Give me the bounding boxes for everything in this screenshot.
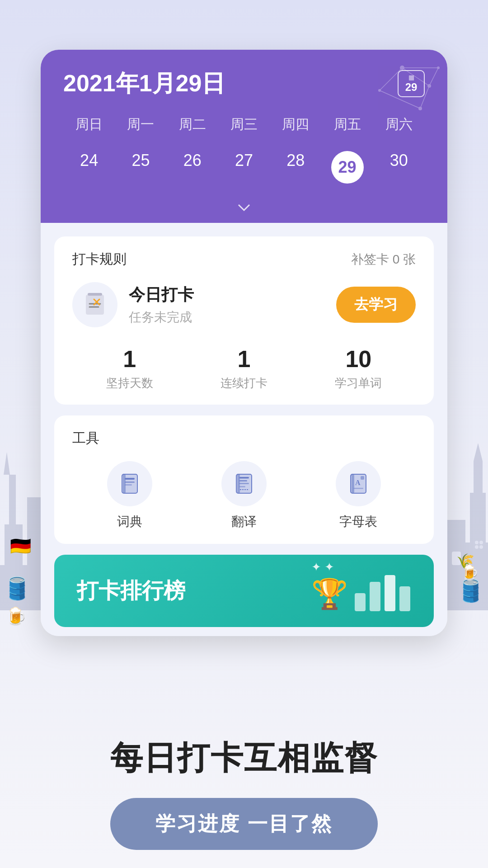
svg-rect-55	[370, 582, 380, 611]
today-checkin-title: 今日打卡	[129, 284, 336, 306]
svg-line-24	[380, 68, 402, 90]
svg-rect-36	[125, 478, 135, 480]
svg-rect-51	[353, 488, 363, 489]
trophy-icon: 🏆	[311, 577, 348, 611]
go-study-button[interactable]: 去学习	[336, 287, 416, 323]
stat-num-2: 1	[187, 345, 301, 373]
german-flag: 🇩🇪	[10, 536, 31, 556]
svg-line-27	[380, 90, 420, 108]
stat-words: 10 学习单词	[301, 345, 416, 391]
svg-rect-43	[239, 480, 247, 481]
stat-persist-days: 1 坚持天数	[72, 345, 187, 391]
stat-num-3: 10	[301, 345, 416, 373]
svg-point-14	[479, 541, 483, 544]
date-30[interactable]: 30	[373, 143, 425, 192]
stat-streak: 1 连续打卡	[187, 345, 301, 391]
bottle-right: 🍺	[461, 564, 479, 581]
svg-marker-12	[474, 443, 483, 461]
date-29-active[interactable]: 29	[321, 143, 373, 192]
svg-rect-54	[355, 593, 366, 611]
tool-dict-label: 词典	[117, 513, 142, 530]
barrel-right: 🛢️	[457, 578, 484, 604]
supplement-text: 补签卡 0 张	[351, 251, 416, 268]
date-25[interactable]: 25	[115, 143, 166, 192]
tools-card: 工具 词典	[54, 415, 434, 544]
alphabet-icon: A	[347, 472, 370, 495]
tool-alphabet-label: 字母表	[339, 513, 377, 530]
checkin-task-icon	[72, 282, 117, 327]
bottom-section: 每日打卡互相监督 学习进度 一目了然	[0, 736, 488, 850]
stat-num-1: 1	[72, 345, 187, 373]
calendar-header: 2021年1月29日 ▦ 29 周日 周一 周二 周三 周四 周五 周六 24 …	[41, 50, 447, 223]
svg-point-16	[479, 545, 483, 549]
week-label-sun: 周日	[63, 113, 115, 136]
barrel-left: 🛢️	[4, 576, 31, 601]
bottom-button[interactable]: 学习进度 一目了然	[110, 798, 377, 850]
svg-point-15	[475, 545, 479, 549]
sparkles-icon: ✦ ✦	[311, 560, 334, 574]
calendar-expand[interactable]	[63, 198, 425, 223]
checkin-rules-label: 打卡规则	[72, 250, 127, 269]
translate-icon-wrap	[221, 461, 267, 506]
beer-left: 🍺	[5, 606, 27, 626]
svg-rect-44	[239, 483, 249, 484]
svg-marker-5	[4, 452, 10, 475]
svg-rect-45	[239, 486, 245, 487]
date-row: 24 25 26 27 28 29 30	[63, 143, 425, 198]
svg-rect-11	[474, 461, 483, 493]
bar-chart-icon	[352, 571, 411, 611]
network-decoration	[312, 50, 447, 140]
tool-translate-label: 翻译	[231, 513, 257, 530]
ranking-visual: 🏆	[311, 571, 411, 611]
svg-rect-47	[237, 474, 240, 493]
bottom-title: 每日打卡互相监督	[36, 736, 452, 780]
svg-rect-42	[239, 477, 249, 479]
stats-row: 1 坚持天数 1 连续打卡 10 学习单词	[72, 345, 416, 391]
alphabet-icon-wrap: A	[336, 461, 381, 506]
tool-translate[interactable]: 翻译	[221, 461, 267, 530]
date-26[interactable]: 26	[167, 143, 218, 192]
svg-line-22	[402, 68, 429, 86]
svg-rect-52	[361, 476, 364, 480]
date-24[interactable]: 24	[63, 143, 115, 192]
tool-alphabet[interactable]: A 字母表	[336, 461, 381, 530]
svg-rect-29	[88, 293, 102, 296]
svg-line-23	[420, 86, 429, 108]
stat-label-1: 坚持天数	[72, 375, 187, 391]
checkin-card: 打卡规则 补签卡 0 张	[54, 236, 434, 405]
week-label-mon: 周一	[115, 113, 166, 136]
chevron-down-icon	[235, 203, 253, 212]
dict-icon-wrap	[107, 461, 152, 506]
dict-icon	[118, 472, 141, 495]
svg-rect-53	[352, 474, 354, 493]
svg-rect-39	[123, 474, 126, 493]
svg-line-26	[429, 68, 438, 86]
svg-rect-57	[399, 586, 410, 611]
svg-rect-37	[125, 481, 135, 483]
ranking-label: 打卡排行榜	[77, 576, 185, 605]
translate-icon	[233, 472, 255, 495]
stat-label-2: 连续打卡	[187, 375, 301, 391]
svg-text:A: A	[355, 479, 361, 486]
week-label-tue: 周二	[167, 113, 218, 136]
date-27[interactable]: 27	[218, 143, 270, 192]
stat-label-3: 学习单词	[301, 375, 416, 391]
tool-dictionary[interactable]: 词典	[107, 461, 152, 530]
tools-title: 工具	[72, 429, 416, 448]
ranking-banner[interactable]: 打卡排行榜 ✦ ✦ 🏆	[54, 555, 434, 627]
svg-point-13	[475, 541, 479, 544]
calendar-title: 2021年1月29日	[63, 68, 225, 99]
task-icon	[81, 291, 108, 318]
svg-rect-56	[385, 575, 395, 611]
week-label-wed: 周三	[218, 113, 270, 136]
today-checkin-subtitle: 任务未完成	[129, 309, 336, 326]
date-28[interactable]: 28	[270, 143, 321, 192]
svg-rect-38	[125, 484, 132, 486]
phone-card: 2021年1月29日 ▦ 29 周日 周一 周二 周三 周四 周五 周六 24 …	[41, 50, 447, 636]
